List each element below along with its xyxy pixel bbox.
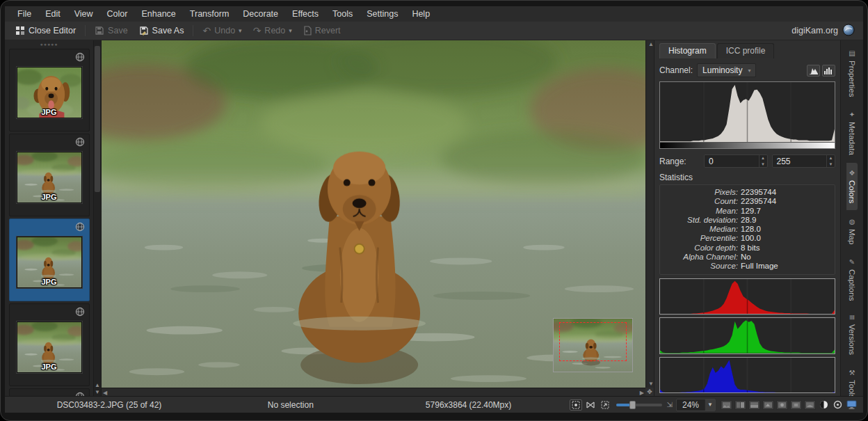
menu-help[interactable]: Help	[406, 8, 435, 20]
preview-mode-button-6[interactable]	[790, 400, 802, 410]
menu-tools[interactable]: Tools	[327, 8, 358, 20]
canvas-horizontal-scrollbar[interactable]: ◀ ▶	[102, 388, 645, 396]
main-toolbar: Close Editor Save Save As ↶ Undo ▾	[5, 22, 863, 40]
captions-icon: ✎	[849, 258, 856, 266]
scroll-up-arrow-icon[interactable]: ▲	[648, 41, 654, 47]
undo-icon: ↶	[202, 25, 211, 36]
menu-edit[interactable]: Edit	[40, 8, 66, 20]
zoom-100-icon	[601, 401, 609, 409]
stat-percentile: Percentile:100.0	[666, 234, 829, 243]
tab-histogram[interactable]: Histogram	[659, 43, 716, 58]
sidebar-tab-captions[interactable]: ✎Captions	[846, 252, 858, 307]
color-managed-view-button[interactable]	[846, 399, 858, 411]
sidebar-grip-handle[interactable]: ●●●●●	[40, 42, 58, 47]
fit-to-window-button[interactable]	[570, 399, 582, 411]
luminosity-histogram-panel[interactable]	[659, 81, 835, 149]
sidebar-tab-map[interactable]: ◍Map	[846, 212, 858, 251]
scroll-down-arrow-icon[interactable]: ▼	[94, 389, 101, 396]
zoom-level-combobox[interactable]: 24% ▼	[676, 399, 716, 411]
undo-dropdown-arrow-icon[interactable]: ▾	[239, 27, 242, 34]
zoom-slider[interactable]	[616, 404, 662, 406]
sidebar-tab-versions[interactable]: ≣Versions	[846, 308, 858, 361]
menu-view[interactable]: View	[69, 8, 99, 20]
thumbnail-item-4[interactable]: JPG	[9, 303, 90, 386]
preview-mode-button-4[interactable]	[762, 400, 774, 410]
underexposure-indicator-button[interactable]	[818, 399, 830, 411]
versions-icon: ≣	[849, 315, 856, 320]
digikam-logo-icon[interactable]	[842, 24, 855, 38]
preview-thumbnail-icon	[764, 402, 772, 408]
thumbnail-image: JPG	[17, 321, 82, 373]
geolocation-globe-icon	[75, 392, 85, 396]
thumbnail-scrollbar[interactable]: ▲ ▼	[94, 40, 102, 396]
menu-file[interactable]: File	[12, 8, 37, 20]
save-button[interactable]: Save	[90, 24, 133, 38]
blue-channel-histogram-panel	[659, 357, 835, 393]
sidebar-tab-properties[interactable]: ▤Properties	[846, 43, 858, 103]
thumbnail-item-5[interactable]	[9, 388, 90, 396]
pan-tool-corner-button[interactable]: ✥	[645, 388, 654, 396]
pan-navigation-overlay[interactable]	[553, 318, 633, 372]
spin-up-icon[interactable]: ▲	[827, 155, 835, 161]
thumbnail-item-2[interactable]: JPG	[9, 134, 90, 216]
canvas-vertical-scrollbar[interactable]: ▲ ▼	[645, 40, 654, 388]
scroll-right-arrow-icon[interactable]: ▶	[640, 390, 644, 396]
stat-color-depth: Color depth:8 bits	[666, 244, 829, 253]
thumbnail-item-1[interactable]: JPG	[9, 49, 90, 132]
undo-button[interactable]: ↶ Undo ▾	[198, 23, 246, 38]
zoom-to-100-button[interactable]	[599, 399, 611, 411]
overexposure-indicator-button[interactable]	[832, 399, 844, 411]
zoom-level-value: 24%	[677, 400, 705, 410]
thumbnail-image: JPG	[17, 152, 82, 203]
preview-mode-button-1[interactable]	[721, 400, 732, 410]
thumbnail-item-3-selected[interactable]: JPG	[9, 219, 90, 301]
spin-up-icon[interactable]: ▲	[760, 155, 767, 161]
scrollbar-thumb[interactable]	[95, 46, 100, 192]
red-channel-histogram-panel	[659, 278, 835, 315]
chevron-down-icon[interactable]: ▼	[705, 399, 715, 411]
preview-mode-button-3[interactable]	[748, 400, 760, 410]
menu-color[interactable]: Color	[102, 8, 134, 20]
sidebar-tab-metadata[interactable]: ✦Metadata	[846, 104, 858, 161]
editor-canvas[interactable]: ▲ ▼ ◀ ▶ ✥	[102, 40, 654, 396]
preview-thumbnail-icon	[806, 402, 814, 408]
menu-enhance[interactable]: Enhance	[136, 8, 181, 20]
range-min-spinbox[interactable]: 0 ▲▼	[704, 154, 768, 168]
spin-down-icon[interactable]: ▼	[827, 161, 835, 168]
tab-icc-profile[interactable]: ICC profile	[717, 43, 775, 58]
revert-icon	[303, 26, 312, 35]
range-label: Range:	[659, 157, 700, 166]
channel-select[interactable]: Luminosity ▾	[697, 63, 756, 77]
stat-median: Median:128.0	[666, 225, 829, 234]
menu-effects[interactable]: Effects	[287, 8, 324, 20]
range-max-spinbox[interactable]: 255 ▲▼	[772, 154, 836, 168]
scroll-up-arrow-icon[interactable]: ▲	[94, 382, 101, 389]
preview-mode-button-2[interactable]	[734, 400, 746, 410]
visible-region-rectangle[interactable]	[559, 322, 627, 361]
menu-settings[interactable]: Settings	[361, 8, 403, 20]
monitor-icon	[846, 400, 857, 409]
preview-mode-button-5[interactable]	[776, 400, 788, 410]
logarithmic-scale-button[interactable]	[822, 65, 835, 77]
stat-source: Source:Full Image	[666, 262, 829, 271]
close-editor-button[interactable]: Close Editor	[10, 24, 81, 38]
scroll-down-arrow-icon[interactable]: ▼	[648, 381, 654, 387]
photo-view[interactable]	[102, 40, 645, 388]
redo-dropdown-arrow-icon[interactable]: ▾	[289, 27, 292, 34]
zoom-slider-handle[interactable]	[629, 401, 636, 409]
save-as-button[interactable]: Save As	[134, 24, 189, 38]
scroll-left-arrow-icon[interactable]: ◀	[103, 390, 107, 396]
revert-button[interactable]: Revert	[298, 24, 346, 38]
redo-button[interactable]: ↷ Redo ▾	[248, 23, 297, 38]
spin-down-icon[interactable]: ▼	[760, 161, 767, 168]
format-badge: JPG	[17, 278, 81, 286]
linear-scale-button[interactable]	[807, 65, 820, 77]
map-icon: ◍	[849, 218, 856, 225]
menu-decorate[interactable]: Decorate	[237, 8, 284, 20]
preview-mode-button-7[interactable]	[804, 400, 816, 410]
sidebar-tab-colors[interactable]: ❖Colors	[846, 163, 858, 209]
fit-to-window-icon	[572, 401, 580, 409]
fit-to-selection-button[interactable]	[584, 399, 597, 411]
toolbar-separator	[85, 25, 86, 36]
menu-transform[interactable]: Transform	[184, 8, 235, 20]
